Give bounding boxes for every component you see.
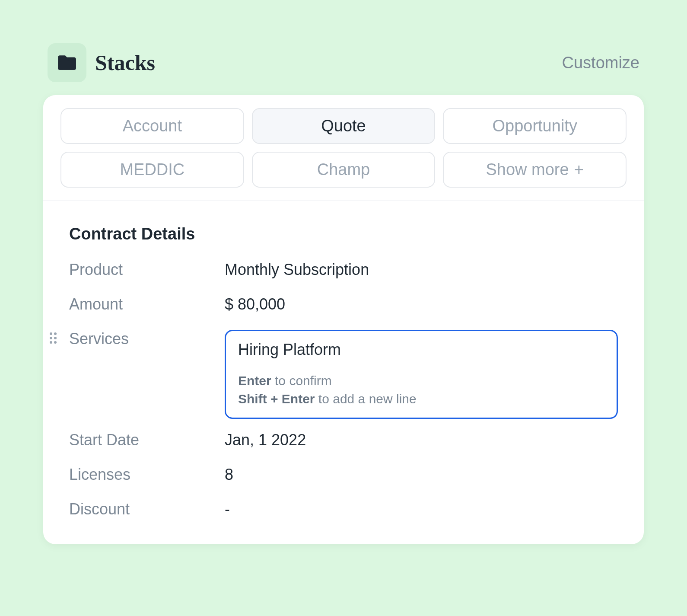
header-row: Stacks Customize <box>43 43 644 82</box>
field-value[interactable]: - <box>225 500 618 518</box>
app-name: Stacks <box>95 50 155 75</box>
tabs-section: Account Quote Opportunity MEDDIC Champ S… <box>43 95 644 201</box>
field-label: Services <box>69 330 225 348</box>
field-start-date: Start Date Jan, 1 2022 <box>69 431 618 449</box>
field-label: Amount <box>69 295 225 313</box>
field-value[interactable]: 8 <box>225 466 618 484</box>
folder-icon <box>48 43 86 82</box>
tab-meddic[interactable]: MEDDIC <box>60 152 244 188</box>
tab-opportunity[interactable]: Opportunity <box>443 108 627 144</box>
field-label: Product <box>69 261 225 279</box>
plus-icon: + <box>574 160 584 179</box>
edit-value: Hiring Platform <box>238 341 604 359</box>
field-discount: Discount - <box>69 500 618 518</box>
tab-show-more[interactable]: Show more + <box>443 152 627 188</box>
field-label: Discount <box>69 500 225 518</box>
main-card: Account Quote Opportunity MEDDIC Champ S… <box>43 95 644 544</box>
tab-label: Account <box>123 117 182 135</box>
field-amount: Amount $ 80,000 <box>69 295 618 313</box>
logo-section: Stacks <box>48 43 155 82</box>
drag-handle-icon[interactable] <box>50 332 57 344</box>
services-edit-input[interactable]: Hiring Platform Enter to confirm Shift +… <box>225 330 618 419</box>
hint-key: Shift + Enter <box>238 392 315 406</box>
tab-quote[interactable]: Quote <box>252 108 436 144</box>
tab-label: Opportunity <box>492 117 577 135</box>
field-label: Licenses <box>69 466 225 484</box>
hint-shift-enter: Shift + Enter to add a new line <box>238 390 604 408</box>
hint-key: Enter <box>238 373 271 388</box>
field-value[interactable]: $ 80,000 <box>225 295 618 313</box>
field-value[interactable]: Monthly Subscription <box>225 261 618 279</box>
content-section: Contract Details Product Monthly Subscri… <box>43 201 644 544</box>
tab-account[interactable]: Account <box>60 108 244 144</box>
field-product: Product Monthly Subscription <box>69 261 618 279</box>
field-label: Start Date <box>69 431 225 449</box>
tab-champ[interactable]: Champ <box>252 152 436 188</box>
tab-label: MEDDIC <box>120 160 184 179</box>
tab-label: Quote <box>321 117 366 135</box>
tab-label: Show more <box>486 160 569 179</box>
hint-enter: Enter to confirm <box>238 372 604 390</box>
field-value[interactable]: Jan, 1 2022 <box>225 431 618 449</box>
hint-text: to add a new line <box>315 392 417 406</box>
section-title: Contract Details <box>69 225 618 243</box>
customize-link[interactable]: Customize <box>562 54 640 72</box>
field-services: Services Hiring Platform Enter to confir… <box>69 330 618 419</box>
field-licenses: Licenses 8 <box>69 466 618 484</box>
hint-text: to confirm <box>271 373 332 388</box>
tab-label: Champ <box>317 160 370 179</box>
